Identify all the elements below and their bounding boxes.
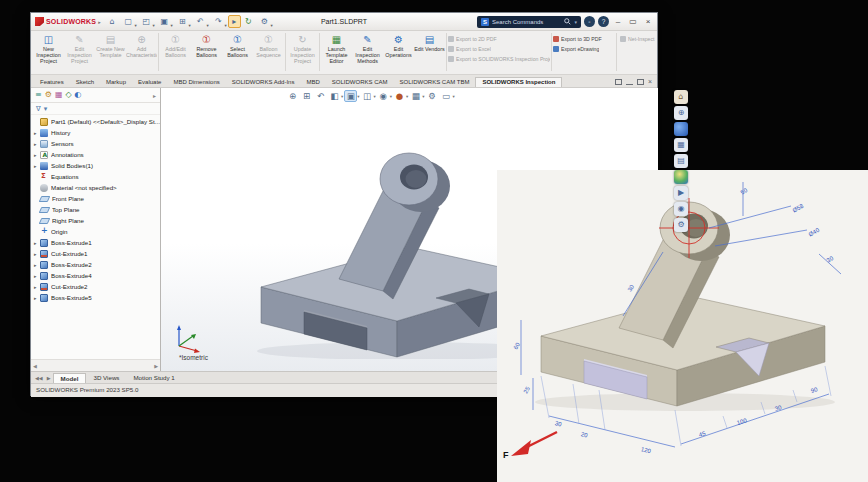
tree-item-boss-extrude2[interactable]: Boss-Extrude2 [31,259,160,270]
search-caret-icon[interactable]: ▾ [574,19,577,25]
camera-icon[interactable]: ◉ [674,202,688,216]
rebuild-icon[interactable]: ↻ [242,15,255,28]
zoom-fit-icon[interactable]: ⊕ [286,90,299,102]
tab-scroll-left-icon[interactable]: ◀◀ [33,375,45,381]
appearance-icon[interactable]: ● [393,90,406,102]
tab-mbd-dimensions[interactable]: MBD Dimensions [167,78,225,87]
options-icon[interactable]: ⚙ [256,15,273,28]
tree-item-material[interactable]: Material <not specified> [31,182,160,193]
tab-solidworks-add-ins[interactable]: SOLIDWORKS Add-Ins [226,78,301,87]
help-icon[interactable]: ? [598,16,609,27]
camera-icon[interactable]: ▭ [440,90,453,102]
doc-maximize-icon[interactable] [637,79,644,85]
tree-item-right-plane[interactable]: Right Plane [31,215,160,226]
add-edit-balloons-button[interactable]: ① Add/Edit Balloons [160,32,191,73]
tree-item-equations[interactable]: Equations [31,171,160,182]
new-document-icon[interactable]: ▢ [120,15,137,28]
export-to-3d-pdf-button[interactable]: Export to 3D PDF [553,35,615,43]
new-inspection-project-button[interactable]: ◫ New Inspection Project [33,32,64,73]
tab-solidworks-cam-tbm[interactable]: SOLIDWORKS CAM TBM [393,78,475,87]
configurationmanager-icon[interactable]: ▦ [55,89,63,101]
tree-item-cut-extrude1[interactable]: Cut-Extrude1 [31,248,160,259]
edit-vendors-button[interactable]: ▤ Edit Vendors [414,32,445,73]
display-style-icon[interactable]: ◫ [361,90,374,102]
previous-view-icon[interactable]: ↶ [314,90,327,102]
tree-item-origin[interactable]: Origin [31,226,160,237]
tab-solidworks-cam[interactable]: SOLIDWORKS CAM [326,78,394,87]
doc-restore-icon[interactable] [615,79,622,85]
tree-item-part-root[interactable]: Part1 (Default) <<Default>_Display St... [31,116,160,127]
tab-motion-study-1[interactable]: Motion Study 1 [126,373,181,382]
update-inspection-project-button[interactable]: ↻ Update Inspection Project [287,32,318,73]
panel-expand-chevron[interactable]: ▸ [153,92,156,99]
tab-mbd[interactable]: MBD [300,78,325,87]
edit-operations-button[interactable]: ⚙ Edit Operations [383,32,414,73]
scroll-right-icon[interactable]: ▶ [154,363,158,369]
tab-features[interactable]: Features [34,78,70,87]
zoom-area-icon[interactable]: ⊞ [300,90,313,102]
tree-item-cut-extrude2[interactable]: Cut-Extrude2 [31,281,160,292]
undo-icon[interactable]: ↶ [192,15,209,28]
tree-item-boss-extrude5[interactable]: Boss-Extrude5 [31,292,160,303]
propertymanager-icon[interactable]: ⚙ [45,89,52,101]
doc-minimize-icon[interactable] [626,80,633,85]
scene-icon[interactable]: ▦ [409,90,422,102]
scroll-left-icon[interactable]: ◀ [33,363,37,369]
launch-template-editor-button[interactable]: ▦ Launch Template Editor [321,32,352,73]
zoom-icon[interactable]: ⊕ [674,106,688,120]
tree-item-top-plane[interactable]: Top Plane [31,204,160,215]
net-inspect-button[interactable]: Net-Inspect [620,32,655,42]
close-icon[interactable]: × [642,16,654,28]
tab-sketch[interactable]: Sketch [70,78,100,87]
tab-model[interactable]: Model [53,373,87,383]
save-icon[interactable]: ▣ [156,15,173,28]
dimxpertmanager-icon[interactable]: ◇ [65,89,71,101]
tree-item-boss-extrude1[interactable]: Boss-Extrude1 [31,237,160,248]
export-to-excel-button[interactable]: Export to Excel [448,45,550,53]
export-to-swinspection-button[interactable]: Export to SOLIDWORKS Inspection Project [448,55,550,63]
balloon-sequence-button[interactable]: ① Balloon Sequence [253,32,284,73]
view-orientation-icon[interactable]: ▣ [344,90,357,102]
tree-item-solid-bodies[interactable]: Solid Bodies(1) [31,160,160,171]
tab-scroll-right-icon[interactable]: ▶ [45,375,53,381]
displaymanager-icon[interactable]: ◐ [75,89,82,101]
user-icon[interactable]: ◦ [584,16,595,27]
remove-balloons-button[interactable]: ① Remove Balloons [191,32,222,73]
tab-markup[interactable]: Markup [100,78,132,87]
doc-close-icon[interactable]: × [648,79,652,85]
tree-horizontal-scrollbar[interactable]: ◀ ▶ [31,359,160,371]
edit-inspection-methods-button[interactable]: ✎ Edit Inspection Methods [352,32,383,73]
home-icon[interactable]: ⌂ [106,15,119,28]
tree-item-history[interactable]: History [31,127,160,138]
globe-icon[interactable]: ● [674,122,688,136]
command-search[interactable]: S Search Commands ▾ [477,16,581,28]
export-to-2d-pdf-button[interactable]: Export to 2D PDF [448,35,550,43]
select-icon[interactable]: ▸ [228,15,241,28]
maximize-icon[interactable]: ▭ [627,16,639,28]
redo-icon[interactable]: ↷ [210,15,227,28]
edit-inspection-project-button[interactable]: ✎ Edit Inspection Project [64,32,95,73]
menu-expand-icon[interactable]: ▸ [98,19,101,25]
sheet-icon[interactable]: ▤ [674,154,688,168]
play-icon[interactable]: ▶ [674,186,688,200]
section-view-icon[interactable]: ◧ [328,90,341,102]
home-icon[interactable]: ⌂ [674,90,688,104]
tree-item-annotations[interactable]: Annotations [31,149,160,160]
add-characteristic-button[interactable]: ⊕ Add Characteristic [126,32,157,73]
tab-solidworks-inspection[interactable]: SOLIDWORKS Inspection [475,77,562,87]
minimize-icon[interactable]: – [612,16,624,28]
export-edrawing-button[interactable]: Export eDrawing [553,45,615,53]
views-icon[interactable]: ▦ [674,138,688,152]
tree-item-front-plane[interactable]: Front Plane [31,193,160,204]
tree-item-boss-extrude4[interactable]: Boss-Extrude4 [31,270,160,281]
appearance-icon[interactable]: ● [674,170,688,184]
print-icon[interactable]: ⊞ [174,15,191,28]
select-balloons-button[interactable]: ① Select Balloons [222,32,253,73]
hide-show-icon[interactable]: ◉ [377,90,390,102]
tab-evaluate[interactable]: Evaluate [132,78,167,87]
open-icon[interactable]: ◰ [138,15,155,28]
create-new-template-button[interactable]: ▤ Create New Template [95,32,126,73]
view-settings-icon[interactable]: ⚙ [426,90,439,102]
featuremanager-tree-icon[interactable]: ≡ [35,89,42,101]
tab-3d-views[interactable]: 3D Views [86,373,126,382]
